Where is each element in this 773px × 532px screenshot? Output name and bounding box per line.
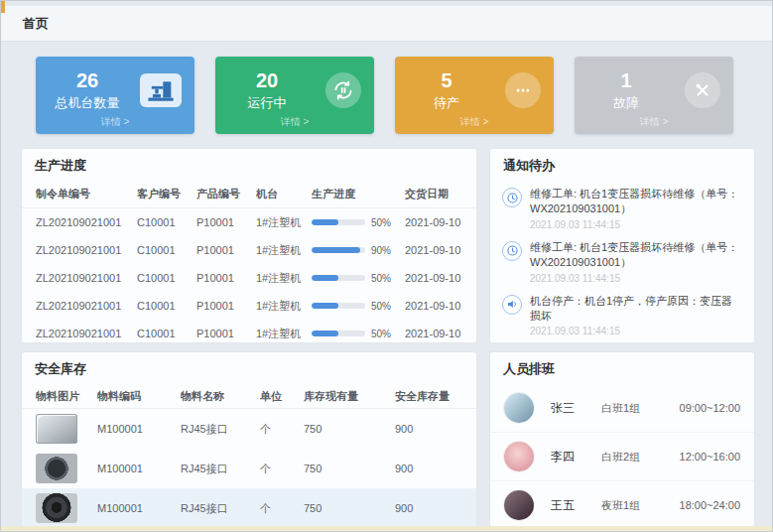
customer-no: C10001	[137, 244, 196, 256]
progress-cell: 50%	[312, 329, 405, 339]
progress-label: 50%	[371, 217, 391, 228]
announcement-icon	[502, 295, 522, 315]
notification-item[interactable]: 维修工单: 机台1变压器损坏待维修（单号：WX202109031001） 202…	[502, 183, 742, 236]
delivery-date: 2021-09-10	[405, 216, 462, 228]
notification-item[interactable]: 维修工单: 机台1变压器损坏待维修（单号：WX202109031001） 202…	[502, 236, 742, 290]
order-no: ZL202109021001	[36, 328, 137, 339]
column-header: 单位	[260, 389, 304, 404]
table-header: 制令单编号 客户编号 产品编号 机台 生产进度 交货日期	[22, 181, 476, 208]
progress-cell: 50%	[312, 273, 405, 284]
machine-name: 1#注塑机	[256, 243, 312, 258]
notification-item[interactable]: 机台停产：机台1停产，停产原因：变压器损坏 2021.09.03 11:44:1…	[502, 290, 742, 343]
product-no: P10001	[196, 272, 256, 284]
product-no: P10001	[196, 300, 256, 312]
staff-time: 12:00~16:00	[680, 451, 740, 463]
table-row: M100001 RJ45接口 个 750 900	[22, 449, 476, 488]
notification-body: 机台停产：机台1停产，停产原因：变压器损坏 2021.09.03 11:44:1…	[530, 294, 742, 338]
stat-cards-row: 26 总机台数量 详情 > 20	[36, 57, 772, 134]
notification-time: 2021.09.03 11:44:15	[530, 218, 742, 231]
detail-link[interactable]: 详情 >	[228, 115, 361, 129]
stat-card-body: 1 故障	[587, 66, 720, 115]
delivery-date: 2021-09-10	[405, 244, 462, 256]
machine-icon	[140, 73, 182, 107]
running-icon	[325, 72, 361, 108]
machine-name: 1#注塑机	[256, 327, 312, 341]
notification-body: 维修工单: 机台1变压器损坏待维修（单号：WX202109031001） 202…	[530, 187, 742, 231]
table-row: M100001 RJ45接口 个 750 900	[22, 409, 476, 449]
panel-title: 人员排班	[490, 352, 754, 384]
order-no: ZL202109021001	[36, 244, 137, 256]
avatar	[504, 442, 534, 471]
stock-on-hand: 750	[304, 463, 395, 474]
product-no: P10001	[196, 244, 256, 256]
progress-bar	[312, 303, 365, 309]
progress-cell: 50%	[312, 301, 405, 312]
window-accent-mark	[1, 1, 5, 13]
notification-item[interactable]: 计划暂停：机台1生产计划已暂停 2021.09.03 11:44:15	[502, 342, 742, 343]
table-row: ZL202109021001 C10001 P10001 1#注塑机 50% 2…	[22, 292, 476, 320]
material-name: RJ45接口	[181, 422, 260, 437]
stat-card-fault[interactable]: 1 故障 详情 >	[575, 57, 733, 134]
progress-label: 90%	[371, 245, 391, 256]
stat-card-body: 20 运行中	[228, 66, 361, 115]
machine-name: 1#注塑机	[256, 215, 312, 230]
rj45-connector-photo	[36, 414, 77, 444]
panel-title: 安全库存	[22, 352, 476, 384]
staff-schedule-panel: 人员排班 张三 白班1组 09:00~12:00 李四 白班2组 12:00~1…	[489, 351, 755, 527]
stat-text: 5 待产	[408, 69, 485, 112]
notification-text: 维修工单: 机台1变压器损坏待维修（单号：WX202109031001）	[530, 240, 742, 271]
dashboard-screen: 首页 26 总机台数量 详情 >	[0, 0, 773, 532]
material-photo-cell	[36, 454, 97, 483]
progress-cell: 90%	[312, 245, 405, 256]
detail-link[interactable]: 详情 >	[587, 115, 720, 129]
delivery-date: 2021-09-10	[405, 300, 462, 312]
stat-label: 总机台数量	[49, 94, 126, 112]
progress-bar	[312, 275, 365, 281]
table-body: M100001 RJ45接口 个 750 900 M100001 RJ45接口 …	[22, 409, 476, 527]
delivery-date: 2021-09-10	[405, 328, 462, 339]
progress-bar	[312, 219, 365, 225]
customer-no: C10001	[137, 300, 196, 312]
material-unit: 个	[260, 462, 304, 476]
avatar	[504, 490, 534, 520]
notification-text: 维修工单: 机台1变压器损坏待维修（单号：WX202109031001）	[530, 187, 742, 217]
stat-value: 20	[228, 69, 306, 92]
staff-shift: 白班2组	[601, 450, 679, 465]
standby-icon	[505, 72, 541, 108]
column-header: 制令单编号	[36, 187, 137, 201]
list-item[interactable]: 李四 白班2组 12:00~16:00	[490, 433, 754, 481]
column-header: 物料图片	[36, 389, 97, 404]
progress-label: 50%	[371, 301, 391, 312]
progress-label: 50%	[371, 329, 391, 339]
material-code: M100001	[97, 463, 181, 474]
detail-link[interactable]: 详情 >	[408, 115, 541, 129]
material-photo-cell	[36, 414, 97, 444]
safety-stock-panel: 安全库存 物料图片 物料编码 物料名称 单位 库存现有量 安全库存量 M1000…	[21, 351, 477, 527]
table-row: ZL202109021001 C10001 P10001 1#注塑机 50% 2…	[22, 208, 476, 236]
safety-stock: 900	[395, 502, 462, 514]
material-photo-cell	[36, 493, 97, 523]
progress-bar	[312, 331, 365, 336]
detail-link[interactable]: 详情 >	[49, 115, 182, 129]
panel-title: 生产进度	[22, 149, 476, 181]
material-unit: 个	[260, 501, 304, 516]
list-item[interactable]: 张三 白班1组 09:00~12:00	[490, 384, 754, 433]
order-no: ZL202109021001	[36, 300, 137, 312]
customer-no: C10001	[137, 328, 196, 339]
staff-shift: 夜班1组	[601, 498, 679, 513]
order-no: ZL202109021001	[36, 272, 137, 284]
column-header: 库存现有量	[304, 389, 395, 404]
stat-value: 1	[587, 69, 665, 92]
stat-card-total-machines[interactable]: 26 总机台数量 详情 >	[36, 57, 194, 134]
fault-icon	[685, 72, 720, 108]
stat-text: 20 运行中	[228, 69, 306, 112]
list-item[interactable]: 王五 夜班1组 18:00~24:00	[490, 481, 754, 527]
stat-value: 5	[408, 69, 485, 92]
notification-time: 2021.09.03 11:44:15	[530, 272, 742, 285]
stat-card-running[interactable]: 20 运行中 详情 >	[215, 57, 374, 134]
table-row: M100001 RJ45接口 个 750 900	[22, 488, 476, 527]
stat-card-standby[interactable]: 5 待产 详情 >	[395, 57, 554, 134]
stock-on-hand: 750	[304, 502, 395, 514]
material-code: M100001	[97, 502, 181, 514]
staff-list: 张三 白班1组 09:00~12:00 李四 白班2组 12:00~16:00 …	[490, 384, 754, 527]
